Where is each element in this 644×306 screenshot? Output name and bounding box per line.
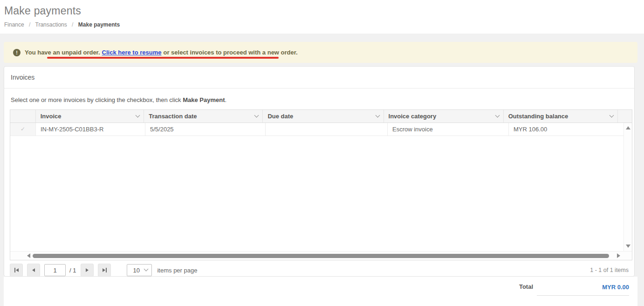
breadcrumb: Finance / Transactions / Make payments xyxy=(4,21,644,28)
scroll-left-icon[interactable] xyxy=(27,253,30,258)
row-checkbox[interactable]: ✓ xyxy=(10,123,36,136)
instruction-bold: Make Payment xyxy=(183,96,225,103)
alert-text-before: You have an unpaid order. xyxy=(25,49,100,56)
page-content: ! You have an unpaid order. Click here t… xyxy=(0,34,644,306)
header-cell-select xyxy=(10,110,36,122)
instruction-prefix: Select one or more invoices by clicking … xyxy=(11,96,183,103)
horizontal-scrollbar[interactable] xyxy=(10,251,632,260)
info-circle-icon: ! xyxy=(13,49,21,56)
cell-due-date xyxy=(266,123,388,136)
cell-invoice-category: Escrow invoice xyxy=(388,123,509,136)
previous-page-icon xyxy=(32,268,35,272)
page-size-select[interactable]: 10 xyxy=(127,264,152,276)
first-page-icon xyxy=(16,268,19,272)
grid-body: ✓ IN-MY-2505-C01BB3-R 5/5/2025 Escrow in… xyxy=(10,123,632,251)
header-cell-invoice-category[interactable]: Invoice category xyxy=(384,110,504,122)
total-label: Total xyxy=(519,283,533,290)
breadcrumb-item-transactions[interactable]: Transactions xyxy=(35,21,67,28)
horizontal-scrollbar-thumb[interactable] xyxy=(33,254,609,258)
instruction-text: Select one or more invoices by clicking … xyxy=(11,96,634,103)
scroll-right-icon[interactable] xyxy=(617,253,620,258)
header-cell-due-date[interactable]: Due date xyxy=(263,110,384,122)
scroll-up-icon[interactable] xyxy=(626,126,630,129)
items-per-page-label: items per page xyxy=(157,267,197,274)
chevron-down-icon[interactable] xyxy=(136,113,140,117)
grid-header-row: Invoice Transaction date Due date Invoic… xyxy=(10,110,632,123)
first-page-button[interactable] xyxy=(10,264,23,277)
instruction-suffix: . xyxy=(225,96,227,103)
cell-transaction-date: 5/5/2025 xyxy=(145,123,266,136)
total-value-field: MYR 0.00 xyxy=(537,283,629,296)
chevron-down-icon xyxy=(144,267,149,272)
items-range-label: 1 - 1 of 1 items xyxy=(590,267,629,273)
last-page-button[interactable] xyxy=(98,264,111,277)
header-cell-transaction-date[interactable]: Transaction date xyxy=(144,110,263,122)
chevron-down-icon[interactable] xyxy=(610,113,614,117)
chevron-down-icon[interactable] xyxy=(375,113,380,117)
header-scrollbar-spacer xyxy=(618,110,632,122)
vertical-scrollbar[interactable] xyxy=(623,123,632,251)
cell-invoice: IN-MY-2505-C01BB3-R xyxy=(36,123,145,136)
chevron-down-icon[interactable] xyxy=(254,113,259,117)
alert-text-after: or select invoices to proceed with a new… xyxy=(163,49,297,56)
header-cell-outstanding-balance[interactable]: Outstanding balance xyxy=(504,110,618,122)
breadcrumb-separator: / xyxy=(29,21,30,28)
header-cell-invoice[interactable]: Invoice xyxy=(36,110,144,122)
breadcrumb-separator: / xyxy=(72,21,73,28)
total-value: MYR 0.00 xyxy=(602,284,629,291)
last-page-icon xyxy=(103,268,105,272)
page-number-input[interactable] xyxy=(44,264,66,276)
page-count-label: / 1 xyxy=(69,267,76,274)
page-header: Make payments Finance / Transactions / M… xyxy=(0,0,644,34)
resume-order-link[interactable]: Click here to resume xyxy=(102,49,162,56)
page-size-value: 10 xyxy=(133,267,139,274)
total-section: Total MYR 0.00 xyxy=(4,277,637,306)
unpaid-order-alert: ! You have an unpaid order. Click here t… xyxy=(4,42,637,63)
annotation-red-underline xyxy=(47,57,279,59)
breadcrumb-item-finance[interactable]: Finance xyxy=(4,21,24,28)
scroll-down-icon[interactable] xyxy=(626,245,630,248)
invoices-grid: Invoice Transaction date Due date Invoic… xyxy=(10,109,632,260)
panel-title: Invoices xyxy=(4,67,634,88)
next-page-button[interactable] xyxy=(81,264,94,277)
next-page-icon xyxy=(86,268,89,272)
make-payments-page: Make payments Finance / Transactions / M… xyxy=(0,0,644,306)
previous-page-button[interactable] xyxy=(27,264,40,277)
cell-outstanding-balance: MYR 106.00 xyxy=(509,123,624,136)
table-row[interactable]: ✓ IN-MY-2505-C01BB3-R 5/5/2025 Escrow in… xyxy=(10,123,632,136)
grid-pager: / 1 10 items per page 1 - 1 of 1 items xyxy=(10,264,629,277)
chevron-down-icon[interactable] xyxy=(495,113,500,117)
breadcrumb-current-page: Make payments xyxy=(78,21,120,28)
invoices-panel: Invoices Select one or more invoices by … xyxy=(4,66,635,277)
page-title: Make payments xyxy=(4,5,644,17)
